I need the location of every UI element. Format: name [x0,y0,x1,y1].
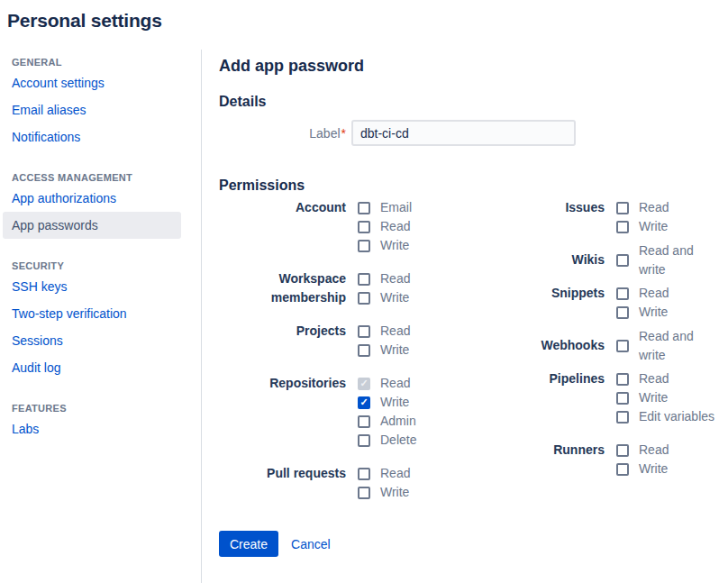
permissions-heading: Permissions [219,177,721,194]
checkbox-label: Write [380,341,409,360]
checkbox-row-repositories-read[interactable]: Read [358,374,416,393]
sidebar-item-audit-log[interactable]: Audit log [3,354,181,381]
checkbox-row-workspace-membership-read[interactable]: Read [358,269,410,288]
label-input[interactable] [351,120,576,146]
sidebar-section-title: SECURITY [12,260,189,271]
permission-options: Read and write [616,336,721,355]
permission-group-webhooks: WebhooksRead and write [478,336,721,355]
permission-group-pull-requests: Pull requestsReadWrite [219,464,478,502]
checkbox-row-runners-read[interactable]: Read [616,441,669,460]
checkbox-snippets-read[interactable] [616,287,629,300]
checkbox-wikis-read-and-write[interactable] [616,254,629,267]
checkbox-issues-write[interactable] [616,221,629,233]
sidebar-item-sessions[interactable]: Sessions [3,327,181,354]
checkbox-workspace-membership-read[interactable] [358,273,370,286]
page-title: Personal settings [7,9,728,32]
checkbox-row-issues-write[interactable]: Write [616,217,669,236]
checkbox-account-email[interactable] [358,202,370,214]
checkbox-row-pipelines-write[interactable]: Write [616,388,714,407]
checkbox-pipelines-write[interactable] [616,392,629,405]
checkbox-label: Write [380,236,409,255]
permission-options: ReadWrite [358,322,410,360]
checkbox-pipelines-edit-variables[interactable] [616,411,629,424]
checkbox-row-account-email[interactable]: Email [358,198,412,217]
permission-options: Read and write [616,251,721,269]
checkbox-pull-requests-read[interactable] [358,468,370,480]
checkbox-label: Read [380,374,410,393]
sidebar-item-account-settings[interactable]: Account settings [3,69,181,96]
checkbox-label: Read [380,217,410,236]
sidebar-item-app-authorizations[interactable]: App authorizations [3,185,181,212]
permission-group-label: Webhooks [478,336,605,355]
checkbox-row-issues-read[interactable]: Read [616,198,669,217]
checkbox-label: Edit variables [639,407,714,426]
permission-group-wikis: WikisRead and write [478,251,721,269]
sidebar-item-email-aliases[interactable]: Email aliases [3,96,181,123]
permission-group-runners: RunnersReadWrite [478,441,721,478]
checkbox-row-snippets-read[interactable]: Read [616,284,669,303]
details-section: Details Label* [219,93,721,146]
checkbox-label: Write [639,460,668,478]
create-button[interactable]: Create [219,531,278,557]
checkbox-row-pull-requests-read[interactable]: Read [358,464,410,483]
sidebar-item-two-step-verification[interactable]: Two-step verification [3,300,181,327]
checkbox-row-repositories-write[interactable]: Write [358,393,416,412]
form-title: Add app password [219,56,721,76]
checkbox-row-wikis-read-and-write[interactable]: Read and write [616,251,721,269]
permission-options: ReadWriteAdminDelete [358,374,416,450]
checkbox-label: Write [639,388,668,407]
checkbox-row-webhooks-read-and-write[interactable]: Read and write [616,336,721,355]
checkbox-account-write[interactable] [358,240,370,252]
checkbox-row-repositories-admin[interactable]: Admin [358,412,416,431]
checkbox-row-workspace-membership-write[interactable]: Write [358,288,410,307]
checkbox-repositories-write[interactable] [358,396,370,409]
label-field-text: Label [309,126,340,141]
sidebar-item-ssh-keys[interactable]: SSH keys [3,273,181,300]
checkbox-row-account-write[interactable]: Write [358,236,412,255]
checkbox-label: Read and write [639,327,721,365]
checkbox-row-pull-requests-write[interactable]: Write [358,483,410,502]
checkbox-row-projects-write[interactable]: Write [358,341,410,360]
checkbox-repositories-admin[interactable] [358,415,370,428]
checkbox-runners-write[interactable] [616,463,629,476]
sidebar-item-labs[interactable]: Labs [3,415,181,442]
checkbox-pull-requests-write[interactable] [358,487,370,499]
checkbox-snippets-write[interactable] [616,306,629,319]
permission-options: ReadWrite [358,269,410,307]
permission-group-projects: ProjectsReadWrite [219,322,478,360]
permission-options: ReadWrite [616,441,669,478]
checkbox-account-read[interactable] [358,221,370,233]
sidebar-section-security: SECURITYSSH keysTwo-step verificationSes… [0,260,201,381]
cancel-link[interactable]: Cancel [291,537,331,551]
checkbox-runners-read[interactable] [616,444,629,457]
checkbox-row-pipelines-read[interactable]: Read [616,369,714,388]
checkbox-workspace-membership-write[interactable] [358,292,370,305]
checkbox-row-projects-read[interactable]: Read [358,322,410,341]
permission-options: ReadWrite [358,464,410,502]
sidebar-item-notifications[interactable]: Notifications [3,123,181,150]
permission-group-snippets: SnippetsReadWrite [478,284,721,322]
checkbox-row-snippets-write[interactable]: Write [616,303,669,322]
checkbox-label: Read [639,441,669,460]
checkbox-webhooks-read-and-write[interactable] [616,340,629,352]
checkbox-label: Read and write [639,241,721,279]
checkbox-row-runners-write[interactable]: Write [616,460,669,478]
checkbox-row-pipelines-edit-variables[interactable]: Edit variables [616,407,714,426]
permission-group-repositories: RepositoriesReadWriteAdminDelete [219,374,478,450]
personal-settings-page: Personal settings GENERALAccount setting… [0,9,728,583]
checkbox-issues-read[interactable] [616,202,629,214]
checkbox-label: Write [639,217,668,236]
checkbox-label: Read [639,198,669,217]
checkbox-row-repositories-delete[interactable]: Delete [358,431,416,450]
checkbox-row-account-read[interactable]: Read [358,217,412,236]
permission-options: ReadWrite [616,284,669,322]
checkbox-label: Read [380,322,410,341]
checkbox-projects-write[interactable] [358,344,370,357]
sidebar-item-app-passwords[interactable]: App passwords [3,212,181,239]
permissions-section: Permissions AccountEmailReadWriteWorkspa… [219,177,721,502]
checkbox-label: Email [380,198,412,217]
sidebar-section-general: GENERALAccount settingsEmail aliasesNoti… [0,57,201,150]
checkbox-projects-read[interactable] [358,325,370,338]
checkbox-repositories-delete[interactable] [358,434,370,447]
checkbox-pipelines-read[interactable] [616,373,629,386]
